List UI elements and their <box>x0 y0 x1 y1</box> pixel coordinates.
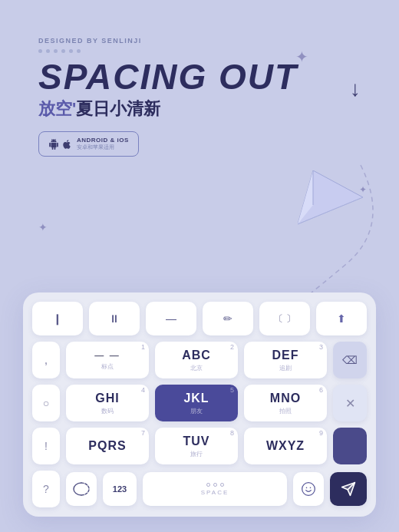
designed-by-label: DESIGNED BY SENLINJI <box>38 37 298 45</box>
bottom-row: ? 123 SPACE <box>32 471 367 507</box>
key-mno-sub: 拍照 <box>279 407 292 415</box>
letter-row-3: ! 7 PQRS 8 TUV 旅行 9 WXYZ <box>32 428 367 464</box>
key-123-label: 123 <box>113 484 127 494</box>
close-icon: ✕ <box>345 396 355 411</box>
badge-cn-text: 安卓和苹果适用 <box>77 144 129 151</box>
dot <box>38 49 42 53</box>
stop-icon: ⏸ <box>109 312 120 325</box>
key-num-3: 3 <box>319 343 323 351</box>
key-num-9: 9 <box>319 429 323 437</box>
dash-icon: — <box>166 312 176 325</box>
key-send[interactable] <box>330 472 367 506</box>
send-icon <box>341 481 356 497</box>
circle-icon: ○ <box>43 397 49 409</box>
send-top-icon: ⬆ <box>337 312 346 325</box>
key-exclaim[interactable]: ! <box>32 428 60 464</box>
svg-point-5 <box>306 487 308 489</box>
key-wxyz[interactable]: 9 WXYZ <box>244 428 327 464</box>
emoji-icon <box>301 481 316 497</box>
key-num-1: 1 <box>141 343 145 351</box>
key-tuv-sub: 旅行 <box>190 450 203 458</box>
page-wrapper: ✦ ✦ ✦ DESIGNED BY SENLINJI SPACING OUT 放… <box>0 0 399 532</box>
symbol-row: ❙ ⏸ — ✏ 〔 〕 ⬆ <box>32 302 367 335</box>
key-ghi-label: GHI <box>95 392 119 405</box>
key-send-top[interactable]: ⬆ <box>316 302 367 335</box>
key-abc[interactable]: 2 ABC 北京 <box>155 342 238 378</box>
key-circle[interactable]: ○ <box>32 385 60 421</box>
key-wxyz-label: WXYZ <box>266 439 305 453</box>
sparkle-2: ✦ <box>38 221 48 233</box>
key-dash-label: — — <box>94 350 120 361</box>
key-abc-sub: 北京 <box>190 364 203 372</box>
key-123[interactable]: 123 <box>103 472 137 506</box>
key-def-label: DEF <box>272 349 299 362</box>
question-icon: ? <box>43 483 49 495</box>
key-ghi[interactable]: 4 GHI 数码 <box>66 385 149 421</box>
swipe-dot <box>220 483 224 487</box>
swipe-dot <box>206 483 210 487</box>
backspace-icon: ⌫ <box>342 354 358 366</box>
letter-row-2: ○ 4 GHI 数码 5 JKL 朋友 6 MNO 拍照 ✕ <box>32 385 367 421</box>
swipe-icon <box>73 482 90 496</box>
key-dark-panel[interactable] <box>333 428 367 464</box>
bracket-icon: 〔 〕 <box>274 312 295 325</box>
key-num-6: 6 <box>319 386 323 394</box>
cn-title-part1: 放空 <box>38 97 72 121</box>
key-abc-label: ABC <box>182 349 211 362</box>
space-label: SPACE <box>201 489 229 496</box>
key-pause[interactable]: ❙ <box>32 302 83 335</box>
key-pqrs-label: PQRS <box>88 439 126 453</box>
header: DESIGNED BY SENLINJI SPACING OUT 放空 ' 夏日… <box>38 37 298 157</box>
main-title: SPACING OUT <box>38 59 298 94</box>
key-stop[interactable]: ⏸ <box>89 302 140 335</box>
key-num-4: 4 <box>141 386 145 394</box>
key-backspace[interactable]: ⌫ <box>333 342 367 378</box>
android-icon <box>48 139 59 150</box>
key-space[interactable]: SPACE <box>143 472 287 506</box>
key-tuv[interactable]: 8 TUV 旅行 <box>155 428 238 464</box>
key-tuv-label: TUV <box>183 435 210 448</box>
key-num-5: 5 <box>230 386 234 394</box>
key-emoji[interactable] <box>293 472 324 506</box>
key-dash-sub: 标点 <box>101 362 114 371</box>
key-comma[interactable]: , <box>32 342 60 378</box>
key-dash[interactable]: — <box>146 302 196 335</box>
key-dash-2[interactable]: 1 — — 标点 <box>66 342 149 378</box>
key-num-7: 7 <box>141 429 145 437</box>
key-close[interactable]: ✕ <box>333 385 367 421</box>
dot <box>69 49 73 53</box>
pause-icon: ❙ <box>53 312 62 325</box>
key-swipe[interactable] <box>66 472 97 506</box>
badge-text: ANDROID & iOS 安卓和苹果适用 <box>77 137 129 151</box>
swipe-dot <box>213 483 217 487</box>
swipe-indicator <box>206 483 224 487</box>
dot <box>54 49 58 53</box>
apple-icon <box>61 139 72 150</box>
dot <box>61 49 65 53</box>
pen-icon: ✏ <box>223 312 232 325</box>
key-num-2: 2 <box>230 343 234 351</box>
key-num-8: 8 <box>230 429 234 437</box>
badge-platform-text: ANDROID & iOS <box>77 137 129 144</box>
svg-point-4 <box>302 483 315 496</box>
dots-line <box>38 49 298 53</box>
comma-icon: , <box>45 353 48 367</box>
arrow-down-icon: ↓ <box>350 77 361 101</box>
keyboard-container: ❙ ⏸ — ✏ 〔 〕 ⬆ , 1 — — <box>23 292 376 517</box>
key-jkl[interactable]: 5 JKL 朋友 <box>155 385 238 421</box>
key-jkl-sub: 朋友 <box>190 407 203 415</box>
platform-badge: ANDROID & iOS 安卓和苹果适用 <box>38 131 139 157</box>
key-def-sub: 追剧 <box>279 364 292 372</box>
key-pqrs[interactable]: 7 PQRS <box>66 428 149 464</box>
key-pen[interactable]: ✏ <box>203 302 253 335</box>
key-mno[interactable]: 6 MNO 拍照 <box>244 385 327 421</box>
key-mno-label: MNO <box>270 392 301 405</box>
key-def[interactable]: 3 DEF 追剧 <box>244 342 327 378</box>
key-ghi-sub: 数码 <box>101 407 114 415</box>
letter-row-1: , 1 — — 标点 2 ABC 北京 3 DEF 追剧 ⌫ <box>32 342 367 378</box>
dot <box>46 49 50 53</box>
dot <box>77 49 81 53</box>
key-question[interactable]: ? <box>32 471 60 507</box>
key-bracket[interactable]: 〔 〕 <box>259 302 310 335</box>
exclaim-icon: ! <box>45 440 48 452</box>
